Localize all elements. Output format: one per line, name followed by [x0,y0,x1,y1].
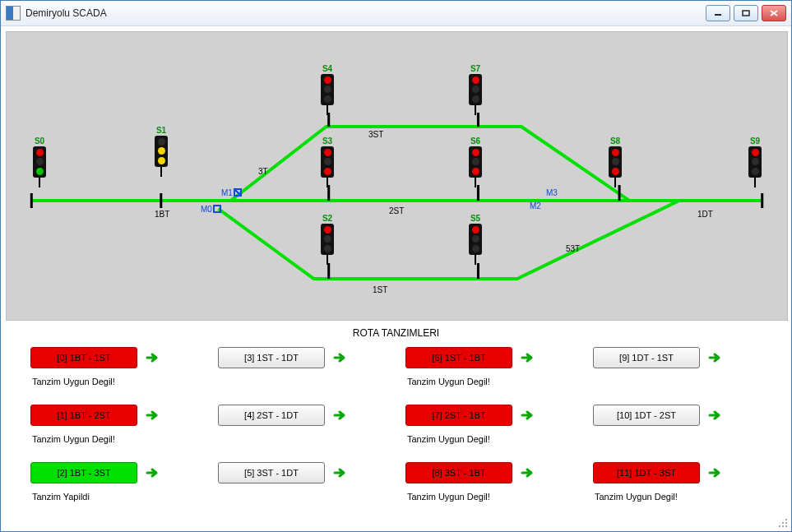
arrow-icon [708,409,721,422]
route-button-4[interactable]: [4] 2ST - 1DT [218,405,325,426]
route-status-2: Tanzim Yapildi [32,492,218,503]
route-button-7[interactable]: [7] 2ST - 1BT [405,405,512,426]
route-status-3 [220,377,405,388]
svg-point-16 [782,522,784,524]
route-button-11[interactable]: [11] 1DT - 3ST [593,462,700,483]
route-status-10 [595,434,780,446]
minimize-button[interactable] [706,5,730,21]
arrow-icon [521,409,534,422]
route-status-8: Tanzim Uygun Degil! [407,492,593,503]
arrow-icon [333,351,346,364]
marker-icon-m1 [234,188,242,197]
svg-rect-1 [743,11,749,16]
segment-label-2st: 2ST [389,206,404,215]
signal-s6: S6 [467,137,484,187]
signal-s9: S9 [747,137,763,187]
routes-grid: [0] 1BT - 1ST Tanzim Uygun Degil! [1] 1B… [30,344,786,516]
route-button-5[interactable]: [5] 3ST - 1DT [218,462,325,483]
svg-point-15 [785,519,787,520]
marker-label-m2: M2 [530,201,541,210]
route-button-10[interactable]: [10] 1DT - 2ST [593,405,700,426]
route-status-7: Tanzim Uygun Degil! [407,434,593,446]
route-button-1[interactable]: [1] 1BT - 2ST [30,405,137,426]
segment-label-1st: 1ST [373,285,387,294]
signal-s8: S8 [607,137,623,187]
svg-point-20 [785,525,787,527]
route-status-1: Tanzim Uygun Degil! [32,434,218,446]
route-button-9[interactable]: [9] 1DT - 1ST [593,347,700,368]
route-status-6: Tanzim Uygun Degil! [407,377,593,388]
arrow-icon [708,351,721,364]
signal-s7: S7 [467,65,484,115]
segment-label-53t: 53T [566,244,580,253]
route-button-0[interactable]: [0] 1BT - 1ST [30,347,137,368]
segment-label-1bt: 1BT [155,210,169,219]
route-button-3[interactable]: [3] 1ST - 1DT [218,347,325,368]
app-icon [6,6,21,21]
route-button-2[interactable]: [2] 1BT - 3ST [30,462,137,483]
route-status-11: Tanzim Uygun Degil! [595,492,780,503]
route-button-6[interactable]: [6] 1ST - 1BT [405,347,512,368]
marker-label-m3: M3 [546,188,558,197]
signal-s2: S2 [319,215,336,265]
arrow-icon [333,466,346,479]
signal-s4: S4 [319,65,336,115]
content-area: 1BT 3T 3ST 2ST 1ST 53T 1DT M1 M0 M2 M3 S… [1,26,791,531]
arrow-icon [521,466,534,479]
segment-label-1dt: 1DT [697,210,713,219]
resize-grip-icon[interactable] [778,518,788,528]
segment-label-3st: 3ST [368,130,383,139]
arrow-icon [146,351,159,364]
signal-s0: S0 [31,137,48,187]
arrow-icon [146,409,159,422]
arrow-icon [708,466,721,479]
route-status-9 [595,377,780,388]
signal-s1: S1 [153,127,169,177]
arrow-icon [333,409,346,422]
signal-s3: S3 [319,137,336,187]
route-status-4 [220,434,405,446]
arrow-icon [521,351,534,364]
close-button[interactable] [762,5,786,21]
segment-label-3t: 3T [258,167,268,176]
signal-s5: S5 [467,215,484,265]
marker-label-m1: M1 [221,188,233,197]
route-status-5 [220,492,405,503]
svg-point-19 [782,525,784,527]
window-title: Demiryolu SCADA [25,7,706,19]
maximize-button[interactable] [734,5,758,21]
marker-label-m0: M0 [201,205,212,214]
route-button-8[interactable]: [8] 3ST - 1BT [405,462,512,483]
marker-icon-m0 [213,205,221,213]
routes-panel-title: ROTA TANZIMLERI [6,327,786,339]
svg-point-18 [779,525,780,527]
app-window: Demiryolu SCADA [0,0,792,532]
svg-point-17 [785,522,787,524]
route-status-0: Tanzim Uygun Degil! [32,377,218,388]
track-diagram: 1BT 3T 3ST 2ST 1ST 53T 1DT M1 M0 M2 M3 S… [6,31,788,321]
arrow-icon [146,466,159,479]
titlebar: Demiryolu SCADA [1,1,791,26]
